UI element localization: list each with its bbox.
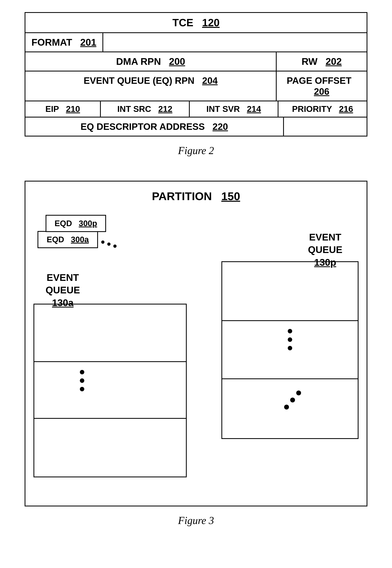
eqdesc-cell: EQ DESCRIPTOR ADDRESS 220	[25, 118, 284, 136]
dot	[80, 370, 84, 374]
eq-130p-box	[221, 261, 359, 439]
eip-row: EIP 210 INT SRC 212 INT SVR 214 PRIORITY…	[25, 101, 367, 118]
eip-ref: 210	[66, 104, 80, 114]
figure3: PARTITION 150 EQD 300p EQD 300a	[25, 181, 367, 538]
tce-label: TCE	[172, 17, 193, 29]
tce-box: TCE 120 FORMAT 201 DMA RPN 200 RW	[25, 12, 367, 136]
format-cell: FORMAT 201	[25, 33, 103, 51]
partition-label: PARTITION	[152, 190, 212, 203]
eq-130p-divider2	[222, 378, 358, 379]
eqdesc-empty	[284, 118, 367, 136]
dma-cell: DMA RPN 200	[25, 52, 277, 71]
eq-label: EVENT QUEUE (EQ) RPN	[84, 75, 195, 86]
eqd-300a-label: EQD	[47, 235, 64, 244]
eqd-300p-label: EQD	[55, 219, 72, 228]
eq-130p-divider1	[222, 320, 358, 321]
eqd-300p-ref: 300p	[79, 219, 97, 228]
pageoff-cell: PAGE OFFSET 206	[277, 72, 367, 101]
svg-point-2	[113, 244, 117, 248]
svg-point-5	[284, 405, 289, 409]
eq-130p-line1: EVENT	[308, 231, 342, 243]
dot	[288, 337, 292, 342]
eq-cell: EVENT QUEUE (EQ) RPN 204	[25, 72, 277, 101]
eq-130p-dots-s3	[277, 389, 313, 414]
partition-ref: 150	[221, 190, 240, 203]
eq-ref: 204	[202, 75, 218, 86]
eq-130a-label: EVENT QUEUE 130a	[46, 271, 80, 309]
eq-130a-line1: EVENT	[46, 271, 80, 284]
priority-ref: 216	[339, 104, 353, 114]
partition-inner: EQD 300p EQD 300a EVENT	[33, 215, 359, 497]
svg-point-0	[101, 240, 104, 244]
priority-label: PRIORITY	[292, 104, 332, 114]
eq-130a-line2: QUEUE	[46, 284, 80, 297]
eqd-dots	[101, 238, 117, 251]
eqd-300a-box: EQD 300a	[38, 231, 98, 248]
intsvr-label: INT SVR	[207, 104, 240, 114]
eq-130a-divider2	[34, 418, 186, 419]
format-ref: 201	[80, 37, 96, 48]
svg-point-4	[290, 398, 295, 403]
rw-cell: RW 202	[277, 52, 367, 71]
tce-ref: 120	[202, 17, 220, 29]
format-label: FORMAT	[31, 37, 72, 48]
eq-130p-label: EVENT QUEUE 130p	[308, 231, 342, 269]
rw-label: RW	[301, 56, 317, 67]
dot	[288, 346, 292, 350]
svg-point-1	[107, 242, 111, 246]
partition-box: PARTITION 150 EQD 300p EQD 300a	[25, 181, 367, 507]
format-row: FORMAT 201	[25, 33, 367, 52]
eq-130p-dots-s2	[288, 329, 292, 350]
pageoff-label: PAGE OFFSET	[287, 75, 351, 86]
format-empty	[103, 33, 367, 51]
eqd-300p-box: EQD 300p	[46, 215, 106, 232]
eip-label: EIP	[45, 104, 59, 114]
eq-130a-divider1	[34, 361, 186, 362]
eqdesc-row: EQ DESCRIPTOR ADDRESS 220	[25, 118, 367, 136]
dma-label: DMA RPN	[116, 56, 161, 67]
dma-ref: 200	[169, 56, 185, 67]
figure2: TCE 120 FORMAT 201 DMA RPN 200 RW	[25, 12, 367, 169]
dot	[80, 378, 84, 383]
figure3-caption: Figure 3	[25, 514, 367, 526]
intsrc-label: INT SRC	[117, 104, 151, 114]
eq-130p-line2: QUEUE	[308, 243, 342, 256]
tce-title-row: TCE 120	[25, 13, 367, 33]
eqdesc-label: EQ DESCRIPTOR ADDRESS	[81, 121, 205, 132]
eq-pageoff-row: EVENT QUEUE (EQ) RPN 204 PAGE OFFSET 206	[25, 72, 367, 101]
dma-rw-row: DMA RPN 200 RW 202	[25, 52, 367, 72]
eq-130a-dots-s2	[80, 370, 84, 391]
eq-130a-ref: 130a	[46, 297, 80, 309]
eqd-300a-ref: 300a	[71, 235, 89, 244]
dot	[288, 329, 292, 333]
figure2-caption: Figure 2	[25, 145, 367, 156]
eqdesc-ref: 220	[212, 121, 228, 132]
partition-title: PARTITION 150	[33, 190, 359, 203]
intsvr-ref: 214	[247, 104, 261, 114]
priority-cell: PRIORITY 216	[279, 101, 367, 117]
eq-130p-ref: 130p	[308, 256, 342, 269]
intsrc-cell: INT SRC 212	[101, 101, 190, 117]
intsrc-ref: 212	[158, 104, 172, 114]
dot	[80, 387, 84, 391]
rw-ref: 202	[326, 56, 342, 67]
eq-130a-box	[33, 304, 187, 477]
svg-point-3	[296, 390, 301, 395]
eip-cell: EIP 210	[25, 101, 101, 117]
pageoff-ref: 206	[314, 86, 329, 97]
intsvr-cell: INT SVR 214	[190, 101, 279, 117]
